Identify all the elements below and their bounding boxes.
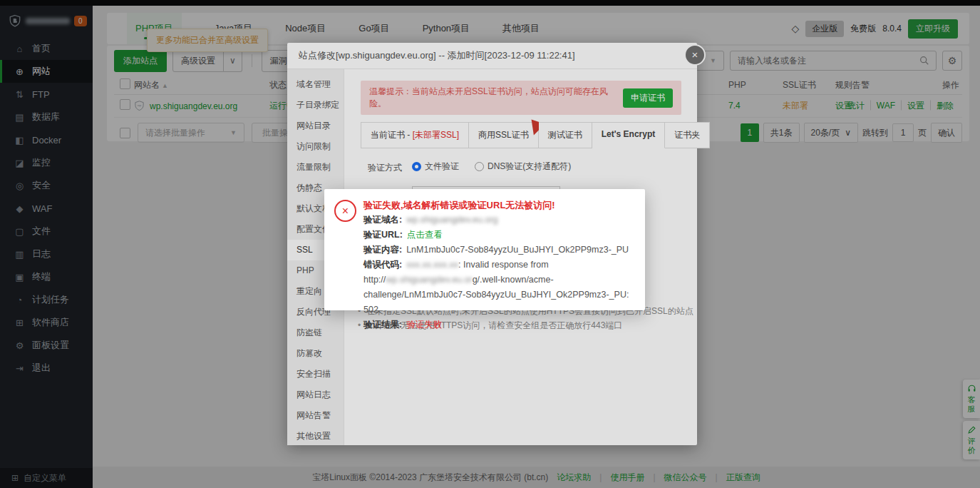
page-1-button[interactable]: 1	[741, 123, 759, 142]
tab-current-cert[interactable]: 当前证书 - [未部署SSL]	[361, 122, 469, 148]
error-code-label: 错误代码:	[363, 260, 402, 270]
review-widget[interactable]: 评价	[963, 421, 980, 459]
sidebar-item-cron[interactable]: ◔计划任务	[0, 288, 93, 311]
ssl-header: SSL证书	[783, 79, 816, 91]
home-icon: ⌂	[14, 44, 25, 54]
sidebar-item-home[interactable]: ⌂首页	[0, 37, 93, 60]
tab-commercial-ssl[interactable]: 商用SSL证书	[469, 122, 539, 148]
file-verify-option[interactable]: 文件验证	[412, 161, 459, 173]
tab-cert-folder[interactable]: 证书夹	[665, 122, 710, 148]
modal-menu-other-settings[interactable]: 其他设置	[287, 426, 344, 447]
stats-link[interactable]: 统计	[842, 101, 870, 111]
batch-checkbox[interactable]	[120, 128, 130, 138]
sidebar-item-waf[interactable]: ◆WAF	[0, 197, 93, 220]
verify-domain-row: 验证域名:wp.shiguangdev.eu.org	[363, 213, 634, 228]
header-label: 网站名	[134, 80, 160, 90]
sidebar-item-database[interactable]: ▤数据库	[0, 106, 93, 128]
dropdown-icon: ▼	[230, 129, 237, 136]
edition-badge[interactable]: 企业版	[805, 21, 844, 37]
sidebar-item-ftp[interactable]: ⇅FTP	[0, 83, 93, 106]
modal-menu-site-logs[interactable]: 网站日志	[287, 385, 344, 405]
modal-menu-sitedir[interactable]: 网站目录	[287, 116, 344, 136]
manual-link[interactable]: 使用手册	[610, 472, 644, 484]
custom-menu-button[interactable]: ⊞ 自定义菜单	[0, 468, 93, 488]
table-settings-button[interactable]: ⚙	[942, 51, 962, 71]
sidebar-item-files[interactable]: ▢文件	[0, 220, 93, 243]
settings-link[interactable]: 设置	[901, 101, 930, 111]
modal-close-button[interactable]: ×	[684, 44, 706, 66]
sidebar-item-docker[interactable]: ◧Docker	[0, 128, 93, 151]
tab-go-project[interactable]: Go项目	[359, 13, 389, 44]
globe-icon: ⊕	[14, 66, 25, 77]
sidebar-item-settings[interactable]: ⚙面板设置	[0, 334, 93, 357]
sidebar-item-security[interactable]: ◎安全	[0, 174, 93, 197]
footer: 宝塔Linux面板 ©2014-2023 广东堡塔安全技术有限公司 (bt.cn…	[93, 467, 980, 488]
modal-menu-traffic-limit[interactable]: 流量限制	[287, 157, 344, 178]
sidebar-item-label: Docker	[32, 135, 61, 146]
site-name-header[interactable]: 网站名▲	[134, 79, 168, 91]
row-actions: 统计WAF设置删除	[842, 100, 959, 112]
modal-menu-access-limit[interactable]: 访问限制	[287, 136, 344, 157]
add-site-button[interactable]: 添加站点	[114, 50, 167, 72]
waf-link[interactable]: WAF	[870, 101, 901, 111]
close-icon: ×	[692, 49, 698, 61]
php-version-link[interactable]: 7.4	[728, 101, 741, 111]
error-code-row: 错误代码:xxx.xx.xxx.xx: Invalid response fro…	[363, 258, 634, 317]
apply-cert-button[interactable]: 申请证书	[623, 88, 673, 108]
advanced-settings-button[interactable]: 高级设置	[172, 50, 224, 72]
forum-link[interactable]: 论坛求助	[557, 472, 591, 484]
license-link[interactable]: 正版查询	[726, 472, 760, 484]
sidebar-item-label: 网站	[32, 65, 51, 78]
sidebar-item-appstore[interactable]: ⊞软件商店	[0, 311, 93, 334]
sidebar-item-logs[interactable]: ▥日志	[0, 243, 93, 265]
modal-menu-tamper-proof[interactable]: 防篡改	[287, 343, 344, 364]
jump-confirm-button[interactable]: 确认	[931, 123, 962, 143]
search-input[interactable]	[731, 56, 919, 66]
customer-service-widget[interactable]: 客服	[963, 380, 980, 418]
message-count-badge[interactable]: 0	[74, 16, 87, 26]
verify-domain-value-masked: wp.shiguangdev.eu.org	[406, 215, 497, 225]
verify-failed-popup: × 验证失败,域名解析错误或验证URL无法被访问! 验证域名:wp.shigua…	[324, 189, 645, 310]
sidebar-item-websites[interactable]: ⊕网站	[0, 60, 93, 83]
row-checkbox[interactable]	[120, 99, 130, 110]
sidebar-item-logout[interactable]: ⇥退出	[0, 357, 93, 380]
logout-icon: ⇥	[14, 363, 25, 374]
tab-other-project[interactable]: 其他项目	[502, 13, 540, 44]
view-url-link[interactable]: 点击查看	[407, 230, 443, 240]
upgrade-button[interactable]: 立即升级	[908, 19, 958, 39]
sidebar-item-terminal[interactable]: ▣终端	[0, 265, 93, 288]
x-glyph: ×	[342, 205, 349, 217]
site-name-link[interactable]: wp.shiguangdev.eu.org	[150, 101, 237, 111]
ssl-status[interactable]: 未部署	[783, 100, 808, 112]
dropdown-icon: ▼	[710, 57, 716, 64]
modal-menu-site-alerts[interactable]: 网站告警	[287, 405, 344, 426]
jump-page-input[interactable]	[892, 123, 914, 142]
per-page-label: 20条/页	[811, 123, 840, 142]
advanced-settings-caret-button[interactable]: ∨	[224, 50, 242, 72]
per-page-select[interactable]: 20条/页∨	[804, 123, 858, 143]
advanced-settings-split-button: 高级设置 ∨	[172, 50, 242, 72]
waf-icon: ◆	[14, 203, 25, 214]
modal-menu-domain[interactable]: 域名管理	[287, 74, 344, 95]
delete-link[interactable]: 删除	[930, 101, 959, 111]
wechat-link[interactable]: 微信公众号	[664, 472, 707, 484]
search-box	[730, 51, 937, 71]
sidebar-item-monitor[interactable]: ◪监控	[0, 151, 93, 174]
batch-select[interactable]: 请选择批量操作 ▼	[138, 123, 244, 143]
tab-node-project[interactable]: Node项目	[285, 13, 326, 44]
search-icon[interactable]	[919, 56, 929, 66]
brand[interactable]: 0	[0, 6, 93, 30]
dns-verify-option[interactable]: DNS验证(支持通配符)	[475, 161, 571, 173]
verify-url-row: 验证URL:点击查看	[363, 228, 634, 243]
tab-python-project[interactable]: Python项目	[423, 13, 470, 44]
tab-test-cert[interactable]: 测试证书	[539, 122, 592, 148]
select-all-checkbox[interactable]	[120, 78, 130, 89]
custom-menu-label: 自定义菜单	[24, 472, 66, 484]
tab-lets-encrypt[interactable]: Let's Encrypt	[592, 122, 666, 148]
modal-menu-subdir[interactable]: 子目录绑定	[287, 95, 344, 116]
modal-menu-security-scan[interactable]: 安全扫描	[287, 364, 344, 385]
modal-menu-anti-leech[interactable]: 防盗链	[287, 322, 344, 343]
current-cert-label: 当前证书 -	[371, 130, 413, 140]
database-icon: ▤	[14, 112, 25, 123]
dns-verify-label: DNS验证(支持通配符)	[488, 161, 571, 173]
